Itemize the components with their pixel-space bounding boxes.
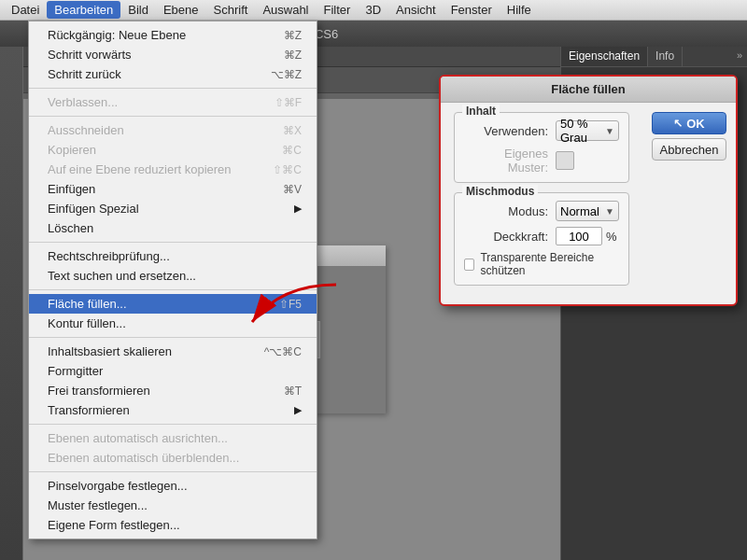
- menu-loeschen[interactable]: Löschen: [29, 218, 317, 238]
- deckkraft-row: Deckkraft: 100 %: [464, 227, 619, 245]
- eigenes-muster-row: Eigenes Muster:: [464, 147, 619, 175]
- cursor-icon: ↖: [673, 117, 683, 130]
- tab-eigenschaften[interactable]: Eigenschaften: [561, 47, 648, 66]
- transparent-checkbox[interactable]: [464, 259, 474, 271]
- cancel-button[interactable]: Abbrechen: [652, 138, 726, 161]
- menu-einfuegen-spezial[interactable]: Einfügen Spezial ▶: [29, 199, 317, 218]
- cancel-label: Abbrechen: [660, 143, 719, 157]
- menu-schrift[interactable]: Schrift: [206, 1, 256, 19]
- panel-arrow[interactable]: »: [732, 47, 747, 66]
- menu-frei-transformieren[interactable]: Frei transformieren ⌘T: [29, 381, 317, 400]
- deckkraft-input-row: 100 %: [556, 227, 617, 245]
- menu-bearbeiten[interactable]: Bearbeiten: [47, 1, 120, 19]
- verwenden-row: Verwenden: 50 % Grau ▼: [464, 120, 619, 141]
- menu-verblassen: Verblassen... ⇧⌘F: [29, 92, 317, 112]
- checkbox-row: Transparente Bereiche schützen: [464, 251, 619, 277]
- menu-filter[interactable]: Filter: [317, 1, 359, 19]
- menu-reduziert-kopieren: Auf eine Ebene reduziert kopieren ⇧⌘C: [29, 160, 317, 179]
- modus-arrow: ▼: [605, 206, 614, 217]
- menu-kontur-fuellen[interactable]: Kontur füllen...: [29, 314, 317, 333]
- panel-tabs: Eigenschaften Info »: [561, 47, 747, 67]
- menu-ansicht[interactable]: Ansicht: [388, 1, 444, 19]
- verwenden-label: Verwenden:: [464, 124, 548, 138]
- menu-schritt-vorwaerts[interactable]: Schritt vorwärts ⌘Z: [29, 45, 317, 64]
- menu-inhaltsbasiert[interactable]: Inhaltsbasiert skalieren ^⌥⌘C: [29, 342, 317, 361]
- menu-bild[interactable]: Bild: [120, 1, 156, 19]
- separator-5: [29, 337, 317, 338]
- eigenes-muster-label: Eigenes Muster:: [464, 147, 548, 175]
- dialog-buttons: ↖ OK Abbrechen: [652, 112, 726, 161]
- menu-ebene[interactable]: Ebene: [156, 1, 206, 19]
- deckkraft-label: Deckkraft:: [464, 230, 548, 244]
- modus-select[interactable]: Normal ▼: [556, 201, 619, 221]
- verwenden-select[interactable]: 50 % Grau ▼: [556, 120, 619, 141]
- ok-button[interactable]: ↖ OK: [652, 112, 726, 134]
- modus-label: Modus:: [464, 204, 548, 218]
- menu-kopieren: Kopieren ⌘C: [29, 140, 317, 160]
- menu-muster-festlegen[interactable]: Muster festlegen...: [29, 496, 317, 515]
- menu-rueckgaengig[interactable]: Rückgängig: Neue Ebene ⌘Z: [29, 25, 317, 45]
- separator-6: [29, 424, 317, 425]
- muster-preview[interactable]: [556, 151, 574, 170]
- transparent-label: Transparente Bereiche schützen: [480, 251, 619, 277]
- menu-ebenen-ausrichten: Ebenen automatisch ausrichten...: [29, 428, 317, 448]
- menu-text-suchen[interactable]: Text suchen und ersetzen...: [29, 266, 317, 286]
- separator-1: [29, 88, 317, 89]
- menu-transformieren[interactable]: Transformieren ▶: [29, 400, 317, 420]
- menu-auswahl[interactable]: Auswahl: [255, 1, 316, 19]
- dialog-flaeche-fuellen: Fläche füllen ↖ OK Abbrechen Inhalt Verw…: [439, 75, 738, 306]
- deckkraft-input[interactable]: 100: [556, 227, 602, 245]
- menu-datei[interactable]: Datei: [4, 1, 47, 19]
- separator-7: [29, 471, 317, 472]
- separator-3: [29, 242, 317, 243]
- dialog-body: ↖ OK Abbrechen Inhalt Verwenden: 50 % Gr…: [441, 103, 736, 304]
- menu-pinselvorgabe[interactable]: Pinselvorgabe festlegen...: [29, 476, 317, 496]
- dialog-mischmodus-section: Mischmodus Modus: Normal ▼ Deckkraft: 10…: [454, 192, 629, 286]
- left-toolbar: [0, 47, 23, 560]
- menubar: Datei Bearbeiten Bild Ebene Schrift Ausw…: [0, 0, 747, 21]
- separator-2: [29, 116, 317, 117]
- verwenden-arrow: ▼: [605, 126, 614, 136]
- menu-3d[interactable]: 3D: [358, 1, 388, 19]
- menu-eigene-form[interactable]: Eigene Form festlegen...: [29, 515, 317, 535]
- inhalt-section-label: Inhalt: [462, 105, 500, 118]
- menu-fenster[interactable]: Fenster: [444, 1, 500, 19]
- menu-ebenen-ueberlenden: Ebenen automatisch überblenden...: [29, 448, 317, 468]
- dialog-inhalt-section: Inhalt Verwenden: 50 % Grau ▼ Eigenes Mu…: [454, 112, 629, 183]
- mischmodus-section-label: Mischmodus: [462, 185, 538, 198]
- menu-rechtschreibpruefung[interactable]: Rechtschreibprüfung...: [29, 246, 317, 266]
- menu-einfuegen[interactable]: Einfügen ⌘V: [29, 179, 317, 199]
- separator-4: [29, 289, 317, 290]
- dialog-title: Fläche füllen: [441, 77, 736, 103]
- menu-formgitter[interactable]: Formgitter: [29, 361, 317, 381]
- modus-value: Normal: [560, 204, 599, 218]
- deckkraft-unit: %: [606, 230, 617, 244]
- menu-hilfe[interactable]: Hilfe: [500, 1, 539, 19]
- ok-label: OK: [686, 117, 705, 131]
- dropdown-menu: Rückgängig: Neue Ebene ⌘Z Schritt vorwär…: [28, 21, 317, 539]
- verwenden-value: 50 % Grau: [560, 117, 605, 145]
- menu-flaeche-fuellen[interactable]: Fläche füllen... ⇧F5: [29, 294, 317, 314]
- menu-schritt-zurueck[interactable]: Schritt zurück ⌥⌘Z: [29, 64, 317, 84]
- menu-ausschneiden: Ausschneiden ⌘X: [29, 120, 317, 140]
- tab-info[interactable]: Info: [648, 47, 683, 66]
- modus-row: Modus: Normal ▼: [464, 201, 619, 221]
